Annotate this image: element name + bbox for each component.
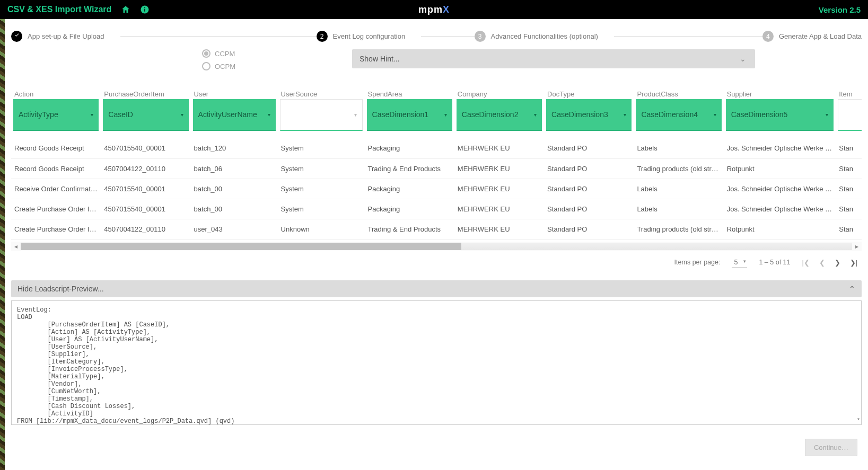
table-cell: Standard PO bbox=[544, 158, 634, 179]
horizontal-scrollbar[interactable]: ◂ ▸ bbox=[11, 242, 862, 251]
page-size-select[interactable]: 5 bbox=[732, 258, 747, 268]
chevron-down-icon: ▾ bbox=[354, 112, 357, 118]
radio-ccpm-label: CCPM bbox=[215, 50, 235, 58]
mapping-dropdown[interactable]: ▾ bbox=[280, 99, 363, 131]
source-column-label: Supplier bbox=[724, 84, 836, 99]
table-cell: MEHRWERK EU bbox=[454, 158, 544, 179]
mapping-dropdown[interactable]: CaseDimension1▾ bbox=[367, 99, 452, 131]
mapping-selected-label: CaseID bbox=[108, 110, 133, 119]
table-cell: Record Goods Receipt bbox=[11, 158, 101, 179]
mapping-dropdown[interactable]: CaseDimension5▾ bbox=[726, 99, 834, 131]
prev-page-icon[interactable]: ❮ bbox=[819, 259, 825, 267]
table-cell: Trading products (old structure) bbox=[634, 219, 723, 239]
wizard-stepper: App set-up & File Upload2Event Log confi… bbox=[11, 31, 862, 42]
source-column-label: Action bbox=[11, 84, 101, 99]
step-number: 4 bbox=[762, 31, 774, 42]
last-page-icon[interactable]: ❯| bbox=[850, 259, 857, 267]
loadscript-accordion-label: Hide Loadscript-Preview... bbox=[17, 285, 104, 293]
table-cell: batch_00 bbox=[191, 179, 278, 199]
table-cell: batch_120 bbox=[191, 138, 278, 158]
check-icon bbox=[11, 31, 22, 42]
table-cell: Create Purchase Order Item bbox=[11, 219, 101, 239]
hint-accordion[interactable]: Show Hint... ⌄ bbox=[352, 49, 755, 68]
svg-rect-2 bbox=[145, 7, 146, 8]
mapping-table-wrap: ActionPurchaseOrderItemUserUserSourceSpe… bbox=[11, 84, 862, 240]
page-range: 1 – 5 of 11 bbox=[759, 259, 790, 266]
step-idle: 3Advanced Functionalities (optional) bbox=[475, 31, 614, 42]
loadscript-text: EventLog: LOAD [PurchaseOrderItem] AS [C… bbox=[17, 306, 234, 425]
table-cell: System bbox=[278, 179, 365, 199]
source-column-label: DocType bbox=[544, 84, 634, 99]
step-label: Advanced Functionalities (optional) bbox=[491, 32, 598, 40]
chevron-down-icon: ▾ bbox=[624, 112, 626, 118]
scroll-right-icon[interactable]: ▸ bbox=[852, 243, 862, 250]
chevron-down-icon: ⌄ bbox=[738, 55, 748, 63]
scroll-thumb[interactable] bbox=[21, 243, 461, 250]
step-done[interactable]: App set-up & File Upload bbox=[11, 31, 120, 42]
radio-outer-icon bbox=[202, 49, 211, 58]
table-cell: System bbox=[278, 158, 365, 179]
table-cell: Trading & End Products bbox=[365, 158, 454, 179]
source-column-label: ProductClass bbox=[634, 84, 723, 99]
step-number: 2 bbox=[317, 31, 328, 42]
table-cell: Receive Order Confirmation bbox=[11, 179, 101, 199]
radio-ocpm[interactable]: OCPM bbox=[202, 62, 235, 70]
radio-ocpm-label: OCPM bbox=[215, 63, 235, 70]
source-column-label: User bbox=[191, 84, 278, 99]
mapping-selected-label: CaseDimension1 bbox=[372, 110, 429, 119]
step-label: Event Log configuration bbox=[333, 32, 406, 40]
step-active: 2Event Log configuration bbox=[317, 31, 422, 42]
loadscript-preview[interactable]: EventLog: LOAD [PurchaseOrderItem] AS [C… bbox=[11, 300, 862, 425]
scroll-track[interactable] bbox=[21, 243, 852, 250]
loadscript-accordion[interactable]: Hide Loadscript-Preview... ⌃ bbox=[11, 280, 862, 297]
pager: Items per page: 5 1 – 5 of 11 |❮ ❮ ❯ ❯| bbox=[11, 251, 862, 271]
source-column-label: PurchaseOrderItem bbox=[101, 84, 190, 99]
mapping-dropdown[interactable]: CaseDimension2▾ bbox=[457, 99, 542, 131]
scroll-left-icon[interactable]: ◂ bbox=[11, 243, 21, 250]
table-cell: Stan bbox=[836, 199, 862, 219]
mapping-dropdown[interactable]: CaseDimension4▾ bbox=[636, 99, 721, 131]
step-idle: 4Generate App & Load Data bbox=[762, 31, 862, 42]
items-per-page-label: Items per page: bbox=[674, 259, 721, 266]
table-cell: Rotpunkt bbox=[724, 158, 836, 179]
table-cell: 4507015540_00001 bbox=[101, 179, 190, 199]
table-cell: System bbox=[278, 138, 365, 158]
table-cell: 4507015540_00001 bbox=[101, 199, 190, 219]
continue-button[interactable]: Continue… bbox=[805, 439, 857, 456]
table-cell: batch_00 bbox=[191, 199, 278, 219]
chevron-down-icon: ▾ bbox=[714, 112, 716, 118]
mapping-selected-label: ActivityType bbox=[19, 110, 58, 119]
source-column-label: Company bbox=[454, 84, 544, 99]
mapping-dropdown[interactable]: ActivityType▾ bbox=[13, 99, 99, 131]
mapping-dropdown[interactable]: CaseDimension3▾ bbox=[546, 99, 632, 131]
mapping-selected-label: ActivityUserName bbox=[198, 110, 257, 119]
table-cell: Rotpunkt bbox=[724, 219, 836, 239]
first-page-icon[interactable]: |❮ bbox=[802, 259, 810, 267]
mapping-dropdown[interactable]: ActivityUserName▾ bbox=[193, 99, 276, 131]
table-cell: Create Purchase Order Item bbox=[11, 199, 101, 219]
step-label: Generate App & Load Data bbox=[779, 32, 862, 40]
table-row: Create Purchase Order Item4507004122_001… bbox=[11, 219, 862, 239]
table-cell: Stan bbox=[836, 179, 862, 199]
table-cell: Standard PO bbox=[544, 219, 634, 239]
table-cell: Record Goods Receipt bbox=[11, 138, 101, 158]
chevron-down-icon: ▾ bbox=[181, 112, 183, 118]
table-cell: 4507015540_00001 bbox=[101, 138, 190, 158]
table-cell: Standard PO bbox=[544, 138, 634, 158]
config-controls: CCPM OCPM Show Hint... ⌄ bbox=[11, 49, 862, 70]
mapping-selected-label: CaseDimension4 bbox=[641, 110, 698, 119]
scroll-down-icon: ▾ bbox=[857, 416, 860, 422]
mapping-dropdown[interactable]: ▾ bbox=[838, 99, 862, 131]
table-cell: Stan bbox=[836, 158, 862, 179]
home-icon[interactable] bbox=[121, 5, 130, 14]
step-number: 3 bbox=[475, 31, 486, 42]
mapping-dropdown[interactable]: CaseID▾ bbox=[103, 99, 188, 131]
info-icon[interactable] bbox=[140, 5, 150, 14]
hint-label: Show Hint... bbox=[360, 55, 399, 63]
table-cell: Stan bbox=[836, 219, 862, 239]
source-column-label: SpendArea bbox=[365, 84, 454, 99]
radio-ccpm[interactable]: CCPM bbox=[202, 49, 235, 58]
table-cell: Labels bbox=[634, 138, 723, 158]
table-cell: Jos. Schneider Optische Werke GmbH bbox=[724, 179, 836, 199]
next-page-icon[interactable]: ❯ bbox=[835, 259, 840, 267]
